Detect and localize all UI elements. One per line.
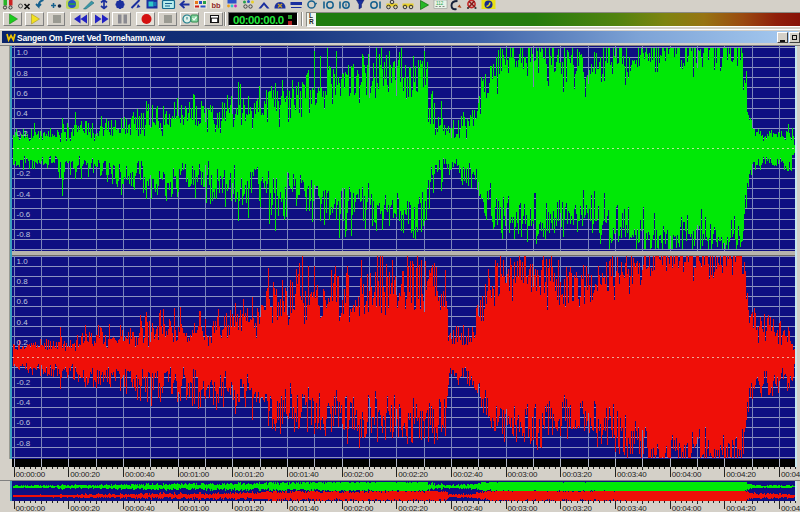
svg-text:0.2: 0.2: [17, 338, 29, 347]
svg-text:112: 112: [436, 1, 444, 6]
svg-text:-0.6: -0.6: [17, 418, 31, 427]
svg-text:00:00:40: 00:00:40: [125, 470, 155, 479]
svg-text:0.8: 0.8: [17, 69, 29, 78]
svg-text:00:04:40: 00:04:40: [781, 504, 800, 512]
svg-text:00:04:20: 00:04:20: [726, 470, 756, 479]
svg-text:1.0: 1.0: [17, 48, 29, 57]
svg-text:00:00:00: 00:00:00: [16, 470, 46, 479]
svg-text:00:02:00: 00:02:00: [344, 504, 374, 512]
svg-text:00:01:00: 00:01:00: [180, 504, 210, 512]
svg-text:0.6: 0.6: [17, 89, 29, 98]
svg-text:-0.4: -0.4: [17, 190, 31, 199]
svg-text:00:02:00: 00:02:00: [344, 470, 374, 479]
svg-text:1.0: 1.0: [17, 257, 29, 266]
svg-text:00:00:40: 00:00:40: [125, 504, 155, 512]
svg-text:00:03:20: 00:03:20: [562, 470, 592, 479]
svg-text:-0.2: -0.2: [17, 378, 31, 387]
svg-text:-0.4: -0.4: [17, 398, 31, 407]
svg-text:00:00:20: 00:00:20: [70, 470, 100, 479]
svg-text:00:02:20: 00:02:20: [398, 470, 428, 479]
svg-text:0.8: 0.8: [17, 277, 29, 286]
svg-text:00:02:20: 00:02:20: [398, 504, 428, 512]
svg-text:00:01:40: 00:01:40: [289, 504, 319, 512]
svg-text:0.4: 0.4: [17, 318, 29, 327]
svg-text:00:03:20: 00:03:20: [562, 504, 592, 512]
svg-text:00:02:40: 00:02:40: [453, 470, 483, 479]
svg-text:00:00:20: 00:00:20: [70, 504, 100, 512]
svg-text:00:01:20: 00:01:20: [234, 470, 264, 479]
svg-text:0.2: 0.2: [17, 129, 29, 138]
svg-text:00:03:40: 00:03:40: [617, 504, 647, 512]
svg-text:00:04:40: 00:04:40: [781, 470, 800, 479]
svg-text:bb: bb: [212, 1, 222, 10]
svg-text:-0.8: -0.8: [17, 439, 31, 448]
svg-text:00:04:20: 00:04:20: [726, 504, 756, 512]
svg-text:00:04:00: 00:04:00: [672, 504, 702, 512]
svg-text:0.6: 0.6: [17, 297, 29, 306]
svg-text:-0.6: -0.6: [17, 210, 31, 219]
svg-text:00:03:00: 00:03:00: [508, 470, 538, 479]
svg-text:-0.8: -0.8: [17, 230, 31, 239]
svg-text:0.4: 0.4: [17, 109, 29, 118]
svg-text:-0.2: -0.2: [17, 169, 31, 178]
svg-text:00:03:00: 00:03:00: [508, 504, 538, 512]
svg-text:00:01:00: 00:01:00: [180, 470, 210, 479]
svg-text:00:04:00: 00:04:00: [672, 470, 702, 479]
svg-text:00:00:00: 00:00:00: [16, 504, 46, 512]
svg-text:00:02:40: 00:02:40: [453, 504, 483, 512]
svg-text:00:01:20: 00:01:20: [234, 504, 264, 512]
svg-text:00:01:40: 00:01:40: [289, 470, 319, 479]
svg-text:00:03:40: 00:03:40: [617, 470, 647, 479]
